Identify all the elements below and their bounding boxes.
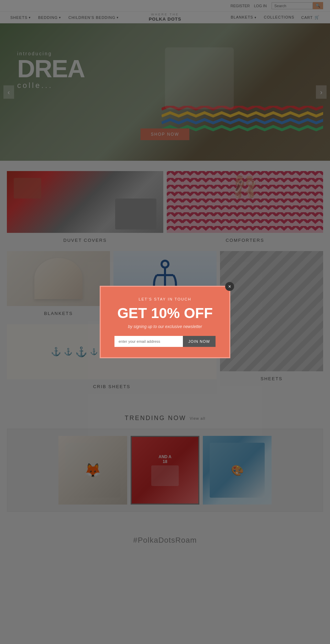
- popup-desc: by signing up to our exclusive newslette…: [114, 324, 216, 329]
- popup-form: JOIN NOW: [114, 336, 216, 347]
- popup-overlay[interactable]: × LET'S STAY IN TOUCH GET 10% OFF by sig…: [0, 0, 330, 558]
- popup-title: GET 10% OFF: [114, 305, 216, 321]
- popup-subtitle: LET'S STAY IN TOUCH: [114, 297, 216, 301]
- newsletter-popup: × LET'S STAY IN TOUCH GET 10% OFF by sig…: [100, 286, 230, 358]
- join-now-button[interactable]: JOIN NOW: [183, 336, 216, 347]
- email-input[interactable]: [114, 336, 183, 347]
- popup-close-button[interactable]: ×: [225, 282, 234, 291]
